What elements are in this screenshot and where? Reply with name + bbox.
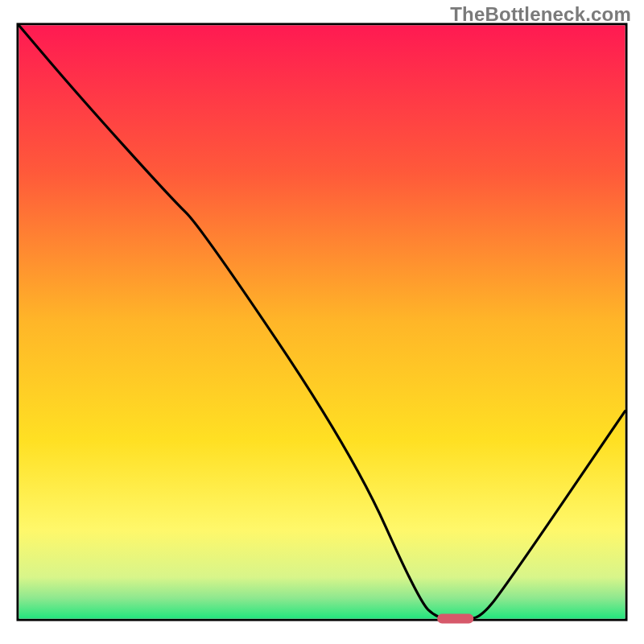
plot-background: [19, 26, 625, 619]
optimal-marker: [437, 614, 473, 624]
watermark-text: TheBottleneck.com: [450, 3, 631, 26]
chart-container: TheBottleneck.com: [0, 0, 644, 644]
bottleneck-chart: [0, 0, 644, 644]
